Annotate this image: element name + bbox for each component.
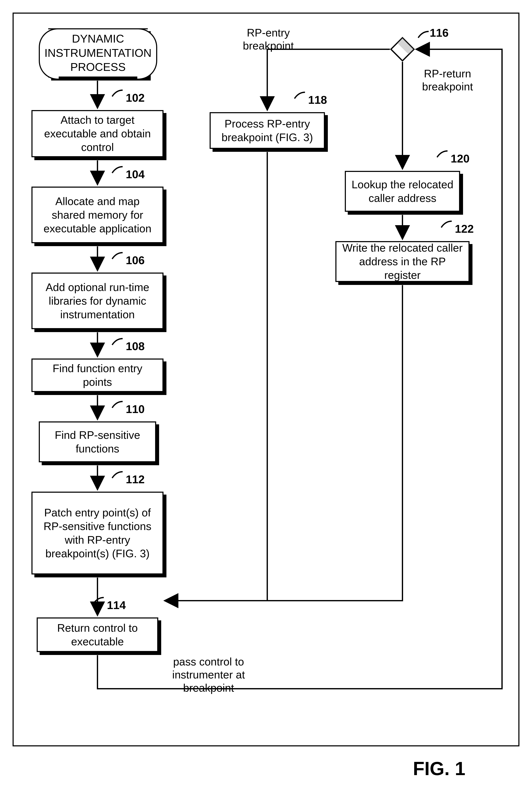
num-108: 108 [126,340,145,353]
step-118: Process RP-entry breakpoint (FIG. 3) [210,112,325,149]
num-120: 120 [451,152,470,165]
num-118: 118 [308,93,327,106]
step-106: Add optional run-time libraries for dyna… [32,272,164,329]
num-122: 122 [455,222,474,235]
step-110: Find RP-sensitive functions [39,421,156,462]
step-120: Lookup the relocated caller address [345,171,460,212]
decision-116 [390,37,415,62]
num-112: 112 [126,473,145,486]
num-104: 104 [126,168,145,181]
num-102: 102 [126,91,145,104]
step-112: Patch entry point(s) of RP-sensitive fun… [32,492,164,574]
label-rp-entry: RP-entry breakpoint [239,26,298,52]
num-110: 110 [126,402,145,416]
figure-label: FIG. 1 [413,758,466,780]
step-122: Write the relocated caller address in th… [335,241,470,282]
label-pass-control: pass control to instrumenter at breakpoi… [169,655,248,695]
num-116: 116 [430,26,449,39]
start-title: DYNAMIC INSTRUMENTATION PROCESS [44,32,152,74]
start-terminator: DYNAMIC INSTRUMENTATION PROCESS [48,28,148,78]
num-106: 106 [126,254,145,267]
label-rp-return: RP-return breakpoint [418,67,477,93]
step-114: Return control to executable [37,617,158,652]
step-104: Allocate and map shared memory for execu… [32,187,164,243]
num-114: 114 [107,598,126,612]
diagram-frame: DYNAMIC INSTRUMENTATION PROCESS Attach t… [13,13,519,746]
step-108: Find function entry points [32,359,164,392]
step-102: Attach to target executable and obtain c… [32,110,164,157]
